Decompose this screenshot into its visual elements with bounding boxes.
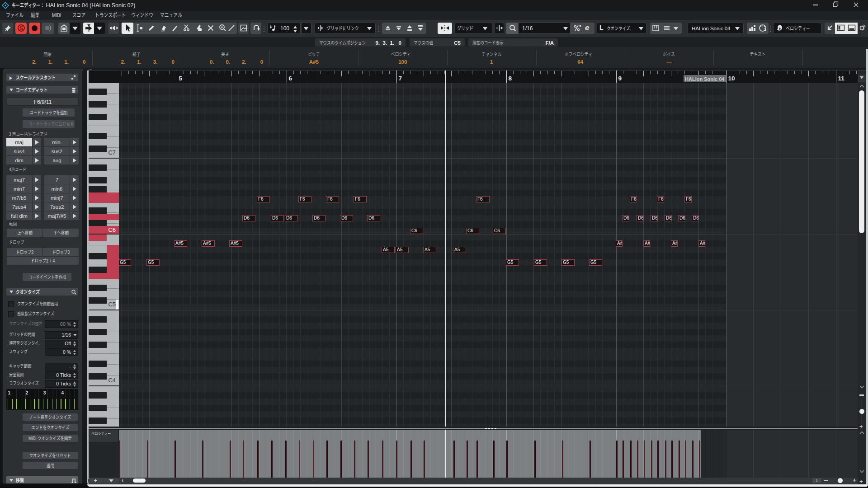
svg-text:S: S	[19, 25, 24, 32]
